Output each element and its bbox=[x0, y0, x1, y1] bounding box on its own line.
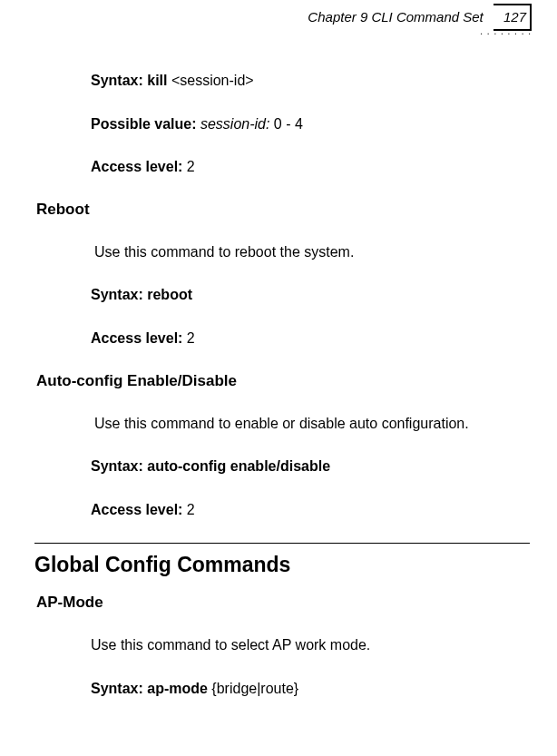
kill-syntax-line: Syntax: kill <session-id> bbox=[91, 71, 557, 91]
reboot-syntax-line: Syntax: reboot bbox=[91, 285, 557, 305]
header-dots: . . . . . . . . .. . . . . bbox=[477, 29, 532, 38]
syntax-label: Syntax: reboot bbox=[91, 287, 192, 302]
global-heading: Global Config Commands bbox=[34, 553, 557, 577]
kill-possible-value-line: Possible value: session-id: 0 - 4 bbox=[91, 114, 557, 134]
autoconfig-heading: Auto-config Enable/Disable bbox=[36, 372, 557, 390]
possible-value-name: session-id: bbox=[200, 116, 274, 132]
syntax-arg: <session-id> bbox=[171, 73, 254, 88]
page-header: Chapter 9 CLI Command Set 127 . . . . . … bbox=[0, 0, 557, 44]
autoconfig-desc: Use this command to enable or disable au… bbox=[94, 414, 557, 434]
apmode-heading: AP-Mode bbox=[36, 594, 557, 612]
reboot-desc: Use this command to reboot the system. bbox=[94, 242, 557, 262]
access-level-value: 2 bbox=[187, 159, 195, 174]
possible-value-label: Possible value: bbox=[91, 116, 200, 132]
section-divider bbox=[34, 543, 530, 544]
apmode-desc: Use this command to select AP work mode. bbox=[91, 635, 557, 655]
possible-value-range: 0 - 4 bbox=[274, 116, 303, 132]
apmode-syntax-line: Syntax: ap-mode {bridge|route} bbox=[91, 679, 557, 699]
access-level-label: Access level: bbox=[91, 159, 187, 174]
kill-access-level-line: Access level: 2 bbox=[91, 157, 557, 177]
access-level-value: 2 bbox=[187, 502, 195, 517]
autoconfig-access-level-line: Access level: 2 bbox=[91, 500, 557, 520]
reboot-access-level-line: Access level: 2 bbox=[91, 329, 557, 349]
syntax-label: Syntax: ap-mode bbox=[91, 681, 211, 696]
syntax-label: Syntax: kill bbox=[91, 73, 171, 88]
access-level-label: Access level: bbox=[91, 330, 187, 346]
syntax-arg: {bridge|route} bbox=[211, 681, 298, 696]
page-number: 127 bbox=[503, 9, 526, 25]
page: Chapter 9 CLI Command Set 127 . . . . . … bbox=[0, 0, 557, 756]
access-level-label: Access level: bbox=[91, 502, 187, 517]
autoconfig-syntax-line: Syntax: auto-config enable/disable bbox=[91, 457, 557, 476]
reboot-heading: Reboot bbox=[36, 201, 557, 219]
access-level-value: 2 bbox=[187, 330, 195, 346]
chapter-title: Chapter 9 CLI Command Set bbox=[308, 9, 483, 25]
content-area: Syntax: kill <session-id> Possible value… bbox=[0, 44, 557, 699]
syntax-label: Syntax: auto-config enable/disable bbox=[91, 458, 330, 474]
running-header: Chapter 9 CLI Command Set 127 bbox=[308, 9, 526, 25]
